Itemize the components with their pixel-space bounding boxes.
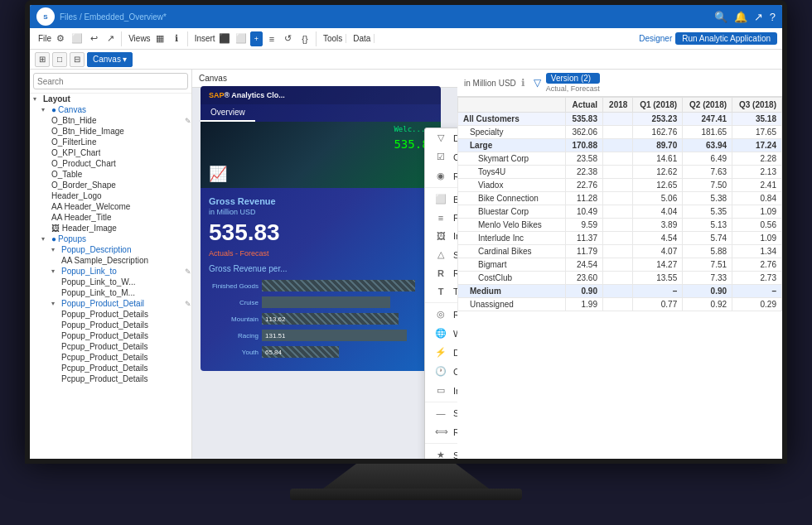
canvas-icon-1[interactable]: ⊞ — [35, 52, 50, 67]
sidebar-item-header-title[interactable]: AA Header_Title — [30, 212, 191, 223]
table-row[interactable]: Menlo Velo Bikes 9.59 3.89 5.13 0.56 — [458, 219, 782, 232]
sidebar-product-3[interactable]: Popup_Product_Details — [30, 330, 191, 341]
canvas-icon-2[interactable]: □ — [52, 52, 67, 67]
sidebar-item-table[interactable]: O_Table — [30, 169, 191, 180]
tools-label[interactable]: Tools — [323, 34, 342, 43]
insert-icon-5[interactable]: {} — [297, 31, 312, 46]
filter-icon[interactable]: ▽ — [534, 77, 541, 89]
sidebar-product-5[interactable]: Pcpup_Product_Details — [30, 352, 191, 363]
sidebar-item-btn-hide-img[interactable]: O_Btn_Hide_Image — [30, 126, 191, 137]
dropdown-item-range-slider[interactable]: ⟺ Range Slider — [425, 422, 457, 441]
canvas-icon-3[interactable]: ⊟ — [70, 52, 85, 67]
table-row[interactable]: Toys4U 22.38 12.62 7.63 2.13 — [458, 166, 782, 179]
sidebar-sample-desc[interactable]: AA Sample_Description — [30, 255, 191, 266]
sidebar-popup-desc[interactable]: ▾ Popup_Description — [30, 244, 191, 255]
table-row[interactable]: Bigmart 24.54 14.27 7.51 2.76 — [458, 258, 782, 272]
dropdown-item-rss[interactable]: ◎ RSS Reader — [425, 305, 457, 324]
sidebar-popup-link-m[interactable]: Popup_Link_to_M... — [30, 287, 191, 298]
insert-icon-3[interactable]: ≡ — [264, 31, 279, 46]
run-app-button[interactable]: Run Analytic Application — [675, 32, 777, 45]
dropdown-item-label: Symbol — [453, 450, 457, 460]
dropdown-item-button[interactable]: ⬜ Button — [425, 190, 457, 209]
sidebar-popup-link-w[interactable]: Popup_Link_to_W... — [30, 277, 191, 287]
sidebar-popup-product[interactable]: ▾ Popup_Product_Detail ✎ — [30, 298, 191, 309]
sidebar-product-4[interactable]: Pcpup_Product_Details — [30, 341, 191, 352]
dropdown-item-symbol[interactable]: ★ Symbol — [425, 446, 457, 459]
dropdown-item-text[interactable]: T Text — [425, 282, 457, 301]
dropdown-item-input[interactable]: ▭ Input Field — [425, 381, 457, 400]
dropdown-item-checkbox[interactable]: ☑ Checkbox Group — [425, 147, 457, 166]
sidebar-item-product-chart[interactable]: O_Product_Chart — [30, 158, 191, 169]
dropdown-item-dropdown[interactable]: ▽ Dropdown — [425, 128, 457, 147]
table-row[interactable]: Skymart Corp 23.58 14.61 6.49 2.28 — [458, 152, 782, 166]
sidebar-product-2[interactable]: Popup_Product_Details — [30, 320, 191, 330]
insert-icon-4[interactable]: ↺ — [281, 31, 296, 46]
sidebar-item-popups[interactable]: ▾ ● Popups — [30, 234, 191, 244]
view-icon-1[interactable]: ▦ — [152, 31, 167, 46]
sidebar-item-kpi[interactable]: O_KPI_Chart — [30, 147, 191, 158]
dropdown-item-webpage[interactable]: 🌐 Web Page — [425, 324, 457, 343]
monitor-base — [290, 489, 522, 500]
toolbar-icon-1[interactable]: ⚙ — [53, 31, 68, 46]
dropdown-item-filterline[interactable]: ≡ Filter Line — [425, 209, 457, 227]
sidebar-item-border[interactable]: O_Border_Shape — [30, 180, 191, 190]
file-menu-label[interactable]: File — [38, 34, 51, 43]
toolbar-icon-2[interactable]: ⬜ — [70, 31, 85, 46]
cell-customer: Medium — [458, 285, 566, 298]
dropdown-item-clock[interactable]: 🕐 Clock — [425, 362, 457, 381]
table-scroll[interactable]: Actual 2018 Q1 (2018) Q2 (2018) Q3 (2018… — [457, 97, 782, 311]
table-row[interactable]: Cardinal Bikes 11.79 4.07 5.88 1.34 — [458, 245, 782, 258]
table-row[interactable]: Bike Connection 11.28 5.06 5.38 0.84 — [458, 192, 782, 205]
dropdown-item-shape[interactable]: △ Shape — [425, 245, 457, 264]
nav-item-overview[interactable]: Overview — [201, 104, 255, 122]
data-label[interactable]: Data — [353, 34, 370, 43]
table-row[interactable]: Large 170.88 89.70 63.94 17.24 — [458, 139, 782, 152]
table-row[interactable]: All Customers 535.83 253.23 247.41 35.18 — [458, 113, 782, 126]
sidebar-popup-link[interactable]: ▾ Popup_Link_to ✎ — [30, 266, 191, 277]
sidebar-item-layout[interactable]: ▾ Layout — [30, 94, 191, 104]
dropdown-item-slider[interactable]: — Slider — [425, 404, 457, 422]
help-icon[interactable]: ? — [770, 11, 776, 23]
dropdown-item-r-viz[interactable]: R R Visualization — [425, 264, 457, 282]
monitor-wrapper: S Files / Embedded_Overview* 🔍 🔔 ↗ ? Fil… — [0, 0, 812, 525]
plus-button[interactable]: + — [250, 31, 263, 46]
table-row[interactable]: Specialty 362.06 162.76 181.65 17.65 — [458, 126, 782, 139]
table-row[interactable]: Unassigned 1.99 0.77 0.92 0.29 — [458, 298, 782, 311]
sidebar-item-header-logo[interactable]: Header_Logo — [30, 190, 191, 201]
cell-actual: 22.76 — [566, 179, 603, 192]
notification-icon[interactable]: 🔔 — [734, 11, 747, 23]
insert-label[interactable]: Insert — [195, 34, 215, 43]
designer-button[interactable]: Designer — [639, 34, 672, 43]
sidebar-item-header-image[interactable]: 🖼 Header_Image — [30, 223, 191, 234]
dropdown-item-radio[interactable]: ◉ Radio Button Group — [425, 166, 457, 185]
item-label: O_KPI_Chart — [51, 148, 100, 157]
insert-icon-1[interactable]: ⬛ — [217, 31, 232, 46]
canvas-dropdown[interactable]: Canvas ▾ — [87, 52, 133, 67]
dropdown-divider-3 — [425, 402, 457, 402]
canvas-header-label: Canvas — [199, 74, 227, 83]
toolbar-icon-share[interactable]: ↗ — [103, 31, 118, 46]
search-input[interactable] — [33, 73, 188, 89]
share-icon[interactable]: ↗ — [754, 11, 763, 23]
text-icon: T — [435, 287, 447, 296]
table-row[interactable]: Medium 0.90 – 0.90 – — [458, 285, 782, 298]
item-label: Popup_Link_to_W... — [61, 277, 136, 287]
view-icon-2[interactable]: ℹ — [169, 31, 184, 46]
table-row[interactable]: Interlude Inc 11.37 4.54 5.74 1.09 — [458, 232, 782, 245]
sidebar-product-1[interactable]: Popup_Product_Details — [30, 309, 191, 320]
views-label[interactable]: Views — [128, 34, 151, 43]
insert-icon-2[interactable]: ⬜ — [234, 31, 249, 46]
sidebar-product-6[interactable]: Pcpup_Product_Details — [30, 363, 191, 373]
dropdown-item-image[interactable]: 🖼 Image — [425, 227, 457, 245]
sidebar-item-header-welcome[interactable]: AA Header_Welcome — [30, 201, 191, 212]
dropdown-item-data-action[interactable]: ⚡ Data Action Trigger — [425, 343, 457, 362]
toolbar-icon-3[interactable]: ↩ — [86, 31, 101, 46]
table-row[interactable]: CostClub 23.60 13.55 7.33 2.73 — [458, 272, 782, 285]
table-row[interactable]: Viadox 22.76 12.65 7.50 2.41 — [458, 179, 782, 192]
search-icon[interactable]: 🔍 — [714, 11, 727, 23]
table-row[interactable]: Bluestar Corp 10.49 4.04 5.35 1.09 — [458, 205, 782, 219]
sidebar-item-btn-hide[interactable]: O_Btn_Hide ✎ — [30, 115, 191, 126]
sidebar-item-canvas[interactable]: ▾ ● Canvas — [30, 104, 191, 115]
sidebar-product-7[interactable]: Pcpup_Product_Details — [30, 373, 191, 384]
sidebar-item-filterline[interactable]: O_FilterLine — [30, 137, 191, 147]
